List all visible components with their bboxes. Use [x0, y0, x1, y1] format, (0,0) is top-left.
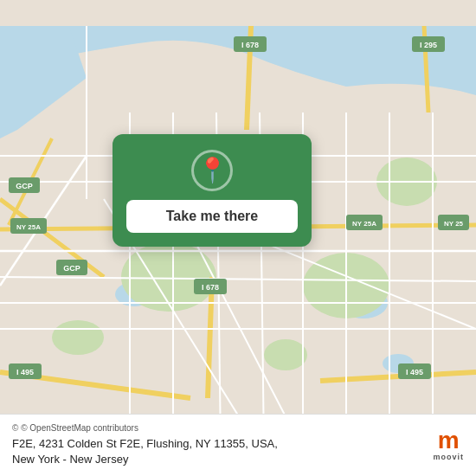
svg-text:I 295: I 295: [420, 41, 437, 49]
svg-point-7: [52, 320, 104, 355]
svg-point-8: [264, 339, 307, 370]
copyright-line: © © OpenStreetMap contributors: [12, 423, 422, 433]
address-line1: F2E, 4231 Colden St F2E, Flushing, NY 11…: [12, 437, 278, 450]
svg-text:GCP: GCP: [16, 182, 33, 190]
svg-text:I 495: I 495: [16, 368, 34, 376]
copyright-symbol: ©: [12, 423, 18, 433]
location-overlay-card: 📍 Take me there: [113, 134, 312, 247]
address-text: F2E, 4231 Colden St F2E, Flushing, NY 11…: [12, 436, 422, 467]
address-line2: New York - New Jersey: [12, 453, 128, 466]
svg-text:NY 25A: NY 25A: [352, 220, 376, 228]
svg-text:NY 25: NY 25: [444, 220, 464, 228]
moovit-letter: m: [438, 428, 460, 453]
svg-text:I 495: I 495: [406, 368, 423, 376]
bottom-info-bar: © © OpenStreetMap contributors F2E, 4231…: [0, 414, 476, 476]
take-me-there-button[interactable]: Take me there: [126, 200, 298, 233]
svg-text:I 678: I 678: [202, 283, 219, 292]
location-icon-wrap: 📍: [191, 150, 233, 191]
svg-text:GCP: GCP: [63, 264, 80, 273]
svg-text:I 678: I 678: [241, 41, 259, 49]
svg-text:NY 25A: NY 25A: [16, 223, 41, 231]
address-section: © © OpenStreetMap contributors F2E, 4231…: [12, 423, 422, 467]
copyright-text: © OpenStreetMap contributors: [21, 423, 138, 433]
moovit-label: moovit: [433, 453, 464, 461]
moovit-logo: m moovit: [433, 428, 464, 461]
svg-point-4: [121, 242, 216, 312]
app-container: I 678 I 295 NY 25A NY 25A NY 25 GCP GCP …: [0, 0, 476, 476]
location-pin-icon: 📍: [197, 158, 228, 183]
